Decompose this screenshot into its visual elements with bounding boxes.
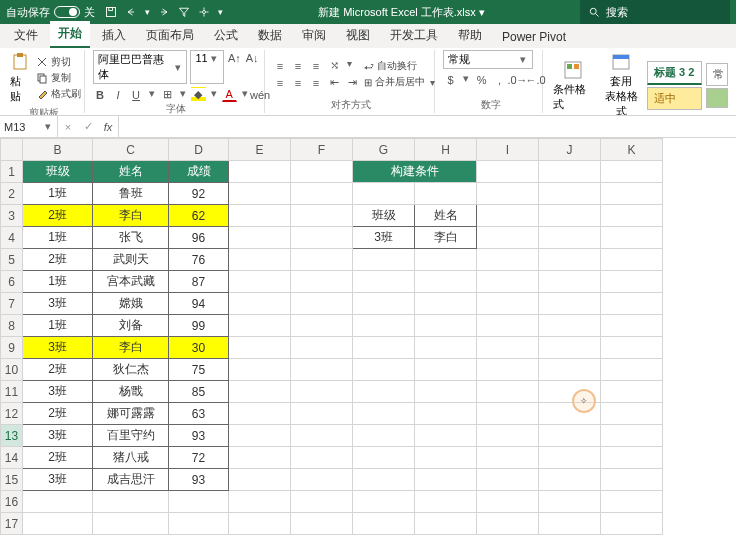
cell-K6[interactable] bbox=[601, 271, 663, 293]
tab-页面布局[interactable]: 页面布局 bbox=[138, 23, 202, 48]
row-header-13[interactable]: 13 bbox=[1, 425, 23, 447]
cell-I15[interactable] bbox=[477, 469, 539, 491]
cell-H10[interactable] bbox=[415, 359, 477, 381]
search-box[interactable]: 搜索 bbox=[580, 0, 730, 24]
cell-K3[interactable] bbox=[601, 205, 663, 227]
percent-icon[interactable]: % bbox=[474, 72, 489, 87]
cell-E14[interactable] bbox=[229, 447, 291, 469]
cell-D7[interactable]: 94 bbox=[169, 293, 229, 315]
decrease-font-icon[interactable]: A↓ bbox=[245, 50, 260, 65]
cell-F13[interactable] bbox=[291, 425, 353, 447]
cell-B12[interactable]: 2班 bbox=[23, 403, 93, 425]
cell-I13[interactable] bbox=[477, 425, 539, 447]
cell-H13[interactable] bbox=[415, 425, 477, 447]
cell-J8[interactable] bbox=[539, 315, 601, 337]
cell-J6[interactable] bbox=[539, 271, 601, 293]
row-header-2[interactable]: 2 bbox=[1, 183, 23, 205]
cell-G6[interactable] bbox=[353, 271, 415, 293]
cell-I9[interactable] bbox=[477, 337, 539, 359]
paste-button[interactable]: 粘贴 bbox=[8, 50, 32, 106]
cell-K17[interactable] bbox=[601, 513, 663, 535]
cell-H3[interactable]: 姓名 bbox=[415, 205, 477, 227]
number-format-select[interactable]: 常规▾ bbox=[443, 50, 533, 69]
tab-数据[interactable]: 数据 bbox=[250, 23, 290, 48]
dropdown-icon[interactable]: ▾ bbox=[145, 7, 150, 17]
cell-E4[interactable] bbox=[229, 227, 291, 249]
col-header-F[interactable]: F bbox=[291, 139, 353, 161]
cell-H17[interactable] bbox=[415, 513, 477, 535]
align-bottom-icon[interactable]: ≡ bbox=[309, 58, 324, 73]
cell-E16[interactable] bbox=[229, 491, 291, 513]
tab-帮助[interactable]: 帮助 bbox=[450, 23, 490, 48]
cell-J3[interactable] bbox=[539, 205, 601, 227]
tab-文件[interactable]: 文件 bbox=[6, 23, 46, 48]
col-header-B[interactable]: B bbox=[23, 139, 93, 161]
cell-C15[interactable]: 成吉思汗 bbox=[93, 469, 169, 491]
copy-button[interactable]: 复制 bbox=[36, 71, 81, 85]
tab-公式[interactable]: 公式 bbox=[206, 23, 246, 48]
fx-icon[interactable]: fx bbox=[98, 121, 118, 133]
cell-B15[interactable]: 3班 bbox=[23, 469, 93, 491]
cell-D12[interactable]: 63 bbox=[169, 403, 229, 425]
cell-C7[interactable]: 嫦娥 bbox=[93, 293, 169, 315]
cell-H11[interactable] bbox=[415, 381, 477, 403]
row-header-17[interactable]: 17 bbox=[1, 513, 23, 535]
orientation-icon[interactable]: ⤭ bbox=[327, 58, 342, 73]
col-header-G[interactable]: G bbox=[353, 139, 415, 161]
cell-I5[interactable] bbox=[477, 249, 539, 271]
cell-H16[interactable] bbox=[415, 491, 477, 513]
cell-C13[interactable]: 百里守约 bbox=[93, 425, 169, 447]
row-header-5[interactable]: 5 bbox=[1, 249, 23, 271]
select-all-corner[interactable] bbox=[1, 139, 23, 161]
cell-H2[interactable] bbox=[415, 183, 477, 205]
cell-B5[interactable]: 2班 bbox=[23, 249, 93, 271]
cell-G16[interactable] bbox=[353, 491, 415, 513]
cell-K4[interactable] bbox=[601, 227, 663, 249]
cell-B14[interactable]: 2班 bbox=[23, 447, 93, 469]
wrap-text-button[interactable]: ⮐自动换行 bbox=[364, 59, 438, 73]
cell-B1[interactable]: 班级 bbox=[23, 161, 93, 183]
inc-decimal-icon[interactable]: .0→ bbox=[510, 72, 525, 87]
cell-B13[interactable]: 3班 bbox=[23, 425, 93, 447]
cell-E17[interactable] bbox=[229, 513, 291, 535]
cell-C1[interactable]: 姓名 bbox=[93, 161, 169, 183]
cell-F12[interactable] bbox=[291, 403, 353, 425]
row-header-3[interactable]: 3 bbox=[1, 205, 23, 227]
cell-E12[interactable] bbox=[229, 403, 291, 425]
cell-G11[interactable] bbox=[353, 381, 415, 403]
cell-G12[interactable] bbox=[353, 403, 415, 425]
cell-H5[interactable] bbox=[415, 249, 477, 271]
cell-J5[interactable] bbox=[539, 249, 601, 271]
cell-style-4[interactable] bbox=[706, 88, 728, 108]
cell-G2[interactable] bbox=[353, 183, 415, 205]
cell-D15[interactable]: 93 bbox=[169, 469, 229, 491]
cell-K5[interactable] bbox=[601, 249, 663, 271]
row-header-15[interactable]: 15 bbox=[1, 469, 23, 491]
cell-I2[interactable] bbox=[477, 183, 539, 205]
redo-icon[interactable] bbox=[158, 6, 170, 18]
cell-H4[interactable]: 李白 bbox=[415, 227, 477, 249]
cell-H9[interactable] bbox=[415, 337, 477, 359]
cell-B3[interactable]: 2班 bbox=[23, 205, 93, 227]
align-center-icon[interactable]: ≡ bbox=[291, 75, 306, 90]
cell-H8[interactable] bbox=[415, 315, 477, 337]
col-header-C[interactable]: C bbox=[93, 139, 169, 161]
cell-E6[interactable] bbox=[229, 271, 291, 293]
undo-icon[interactable] bbox=[125, 6, 137, 18]
indent-dec-icon[interactable]: ⇤ bbox=[327, 75, 342, 90]
cell-E8[interactable] bbox=[229, 315, 291, 337]
cell-C3[interactable]: 李白 bbox=[93, 205, 169, 227]
painter-button[interactable]: 格式刷 bbox=[36, 87, 81, 101]
cell-G4[interactable]: 3班 bbox=[353, 227, 415, 249]
cell-J1[interactable] bbox=[539, 161, 601, 183]
cell-B9[interactable]: 3班 bbox=[23, 337, 93, 359]
cell-G13[interactable] bbox=[353, 425, 415, 447]
cell-J7[interactable] bbox=[539, 293, 601, 315]
font-size-select[interactable]: 11▾ bbox=[190, 50, 223, 84]
align-right-icon[interactable]: ≡ bbox=[309, 75, 324, 90]
cell-J11[interactable] bbox=[539, 381, 601, 403]
dec-decimal-icon[interactable]: ←.0 bbox=[528, 72, 543, 87]
cell-I12[interactable] bbox=[477, 403, 539, 425]
cell-J17[interactable] bbox=[539, 513, 601, 535]
tab-插入[interactable]: 插入 bbox=[94, 23, 134, 48]
